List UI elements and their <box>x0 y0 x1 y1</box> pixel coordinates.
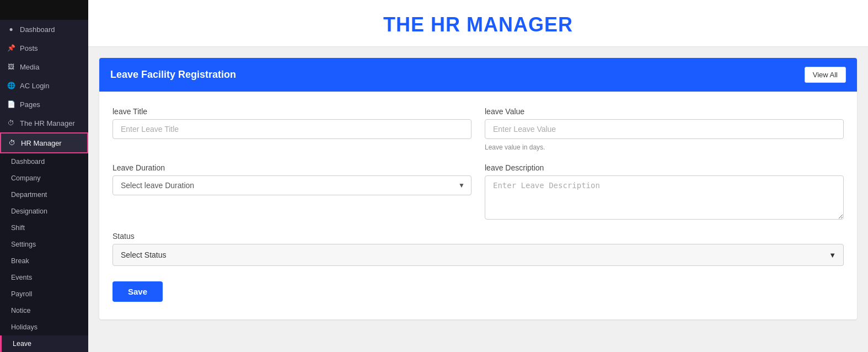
status-select[interactable]: Select Status Active Inactive <box>112 244 844 266</box>
globe-icon: 🌐 <box>7 81 15 90</box>
sidebar-item-sub-notice[interactable]: Notice <box>0 302 88 319</box>
main-content: THE HR MANAGER Leave Facility Registrati… <box>88 0 868 352</box>
save-button[interactable]: Save <box>112 281 163 302</box>
status-select-wrapper: Select Status Active Inactive ▼ <box>112 244 844 266</box>
leave-value-help: Leave value in days. <box>485 143 844 151</box>
sidebar-item-sub-payroll[interactable]: Payroll <box>0 286 88 302</box>
form-row-2: Leave Duration Select leave Duration Ful… <box>112 163 844 220</box>
leave-registration-card: Leave Facility Registration View All lea… <box>99 58 857 319</box>
leave-value-label: leave Value <box>485 107 844 116</box>
sidebar: ● Dashboard 📌 Posts 🖼 Media 🌐 AC Login 📄… <box>0 0 88 352</box>
sidebar-item-sub-leave[interactable]: Leave <box>0 335 88 352</box>
pages-icon: 📄 <box>7 100 15 109</box>
sidebar-item-sub-shift[interactable]: Shift <box>0 220 88 236</box>
sidebar-item-sub-dashboard[interactable]: Dashboard <box>0 153 88 170</box>
dashboard-icon: ● <box>7 25 15 34</box>
media-icon: 🖼 <box>7 62 15 71</box>
leave-value-input[interactable] <box>485 119 844 139</box>
sidebar-item-posts[interactable]: 📌 Posts <box>0 39 88 57</box>
card-title: Leave Facility Registration <box>110 69 236 81</box>
view-all-button[interactable]: View All <box>805 67 846 83</box>
sidebar-item-media[interactable]: 🖼 Media <box>0 57 88 76</box>
clock-icon: ⏱ <box>7 119 15 127</box>
sidebar-item-sub-company[interactable]: Company <box>0 170 88 186</box>
form-row-1: leave Title leave Value Leave value in d… <box>112 107 844 151</box>
status-label: Status <box>112 232 844 241</box>
sidebar-item-sub-events[interactable]: Events <box>0 269 88 286</box>
page-header: THE HR MANAGER <box>88 0 868 47</box>
status-group: Status Select Status Active Inactive ▼ <box>112 232 844 266</box>
leave-duration-wrapper: Select leave Duration Full Day Half Day … <box>112 175 471 195</box>
leave-description-textarea[interactable] <box>485 175 844 220</box>
leave-title-label: leave Title <box>112 107 471 116</box>
leave-description-label: leave Description <box>485 163 844 172</box>
sidebar-item-ac-login[interactable]: 🌐 AC Login <box>0 76 88 95</box>
sidebar-item-pages[interactable]: 📄 Pages <box>0 95 88 114</box>
sidebar-item-the-hr-manager[interactable]: ⏱ The HR Manager <box>0 114 88 132</box>
leave-description-group: leave Description <box>485 163 844 220</box>
sidebar-item-sub-designation[interactable]: Designation <box>0 203 88 220</box>
card-body: leave Title leave Value Leave value in d… <box>99 92 857 319</box>
pin-icon: 📌 <box>7 44 15 52</box>
leave-duration-group: Leave Duration Select leave Duration Ful… <box>112 163 471 220</box>
sidebar-item-hr-manager[interactable]: ⏱ HR Manager <box>0 132 88 153</box>
sidebar-item-sub-break[interactable]: Break <box>0 253 88 269</box>
sidebar-submenu: Dashboard Company Department Designation… <box>0 153 88 352</box>
sidebar-item-sub-settings[interactable]: Settings <box>0 236 88 253</box>
leave-value-group: leave Value Leave value in days. <box>485 107 844 151</box>
sidebar-item-sub-holidays[interactable]: Holidays <box>0 319 88 335</box>
content-area: Leave Facility Registration View All lea… <box>88 47 868 330</box>
leave-title-input[interactable] <box>112 119 471 139</box>
hr-clock-icon: ⏱ <box>8 138 17 147</box>
leave-duration-label: Leave Duration <box>112 163 471 172</box>
sidebar-item-sub-department[interactable]: Department <box>0 186 88 203</box>
card-header: Leave Facility Registration View All <box>99 58 857 92</box>
leave-title-group: leave Title <box>112 107 471 151</box>
page-title: THE HR MANAGER <box>99 13 857 36</box>
sidebar-item-dashboard[interactable]: ● Dashboard <box>0 20 88 39</box>
sidebar-top <box>0 0 88 20</box>
leave-duration-select[interactable]: Select leave Duration Full Day Half Day <box>112 175 471 195</box>
